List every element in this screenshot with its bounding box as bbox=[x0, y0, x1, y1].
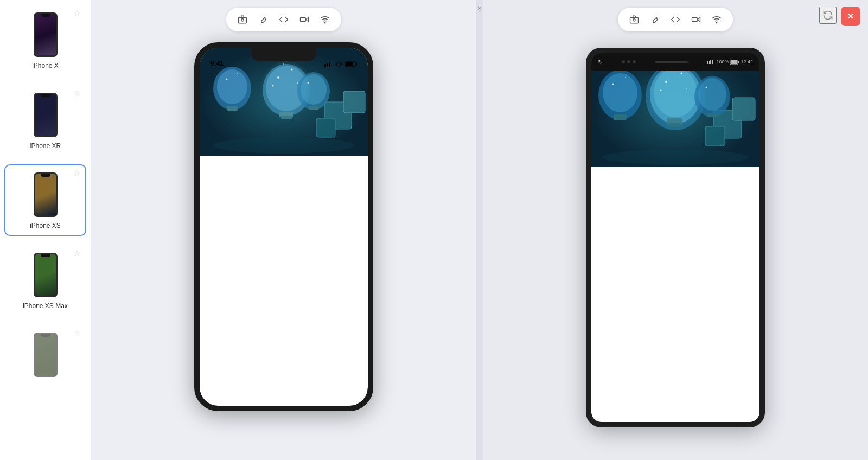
svg-point-37 bbox=[633, 19, 636, 22]
svg-point-29 bbox=[226, 79, 228, 80]
svg-rect-11 bbox=[346, 62, 353, 66]
svg-rect-2 bbox=[301, 17, 306, 22]
svg-point-65 bbox=[625, 77, 626, 78]
sidebar: ☆ iPhone X ☆ iPhone XR ☆ iPhone XS ☆ bbox=[0, 0, 91, 460]
device-thumb bbox=[31, 331, 60, 379]
sync-button[interactable] bbox=[819, 7, 837, 24]
video-btn-r[interactable] bbox=[687, 11, 705, 28]
svg-point-69 bbox=[706, 87, 707, 88]
svg-point-59 bbox=[686, 88, 687, 89]
svg-point-70 bbox=[602, 150, 749, 165]
svg-point-23 bbox=[297, 82, 298, 84]
device-card-iphone-xs-max[interactable]: ☆ iPhone XS Max bbox=[4, 245, 86, 316]
svg-rect-68 bbox=[707, 113, 718, 117]
svg-point-54 bbox=[654, 68, 697, 117]
svg-rect-42 bbox=[709, 61, 710, 64]
android-top-dots bbox=[622, 60, 636, 63]
status-time: 9:41 bbox=[210, 60, 224, 67]
star-icon[interactable]: ☆ bbox=[74, 89, 81, 98]
device-thumb bbox=[31, 11, 60, 59]
side-button bbox=[372, 102, 373, 135]
iphone-screen: 9:41 bbox=[200, 48, 368, 406]
divider-arrow: » bbox=[478, 4, 482, 12]
svg-rect-7 bbox=[329, 62, 330, 67]
device-card-iphone-xr[interactable]: ☆ iPhone XR bbox=[4, 85, 86, 156]
star-icon[interactable]: ☆ bbox=[74, 9, 81, 17]
svg-rect-20 bbox=[281, 116, 292, 119]
device-label: iPhone XS Max bbox=[23, 302, 68, 311]
svg-marker-39 bbox=[697, 17, 700, 22]
svg-point-30 bbox=[237, 73, 238, 74]
main-area: 9:41 bbox=[91, 0, 868, 460]
wifi-btn-r[interactable] bbox=[708, 11, 725, 28]
device-thumb bbox=[31, 171, 60, 219]
svg-point-27 bbox=[217, 69, 247, 104]
phone-shape bbox=[34, 173, 58, 217]
svg-point-34 bbox=[308, 82, 309, 84]
panel-divider[interactable]: » bbox=[476, 0, 483, 460]
svg-point-1 bbox=[241, 19, 244, 22]
svg-rect-46 bbox=[738, 61, 739, 63]
svg-point-64 bbox=[612, 84, 614, 85]
svg-point-4 bbox=[324, 22, 326, 23]
camera-btn[interactable] bbox=[234, 11, 251, 28]
svg-rect-51 bbox=[705, 126, 725, 146]
phone-shape bbox=[34, 253, 58, 297]
svg-rect-28 bbox=[227, 106, 238, 111]
device-label: iPhone XR bbox=[30, 142, 61, 151]
android-body: ↻ 100% 12:42 bbox=[586, 48, 765, 427]
code-btn-r[interactable] bbox=[667, 11, 684, 28]
star-icon[interactable]: ☆ bbox=[74, 169, 81, 177]
code-btn[interactable] bbox=[275, 11, 292, 28]
svg-rect-43 bbox=[710, 60, 711, 64]
android-screen: ↻ 100% 12:42 bbox=[591, 53, 760, 422]
star-icon[interactable]: ☆ bbox=[74, 329, 81, 337]
star-icon[interactable]: ☆ bbox=[74, 249, 81, 258]
iphone-notch bbox=[251, 48, 316, 61]
left-toolbar bbox=[226, 8, 341, 31]
right-panel: ↻ 100% 12:42 bbox=[483, 0, 868, 460]
svg-rect-14 bbox=[343, 91, 365, 113]
svg-marker-3 bbox=[305, 17, 308, 22]
svg-point-8 bbox=[339, 66, 340, 67]
svg-rect-41 bbox=[707, 61, 708, 64]
camera-btn-r[interactable] bbox=[626, 11, 643, 28]
device-label: iPhone X bbox=[32, 62, 59, 71]
pen-btn[interactable] bbox=[254, 11, 272, 28]
status-icons bbox=[324, 61, 357, 67]
panels-container: 9:41 bbox=[91, 0, 868, 460]
svg-point-60 bbox=[660, 90, 662, 91]
svg-rect-6 bbox=[327, 63, 328, 67]
android-status-right: 100% 12:42 bbox=[707, 59, 753, 65]
svg-point-32 bbox=[301, 74, 327, 105]
device-thumb bbox=[31, 91, 60, 139]
svg-rect-56 bbox=[669, 123, 681, 127]
phone-shape bbox=[34, 12, 58, 57]
svg-point-62 bbox=[603, 73, 637, 112]
svg-rect-33 bbox=[309, 106, 318, 110]
device-card-iphone-xs[interactable]: ☆ iPhone XS bbox=[4, 164, 86, 236]
android-mockup: ↻ 100% 12:42 bbox=[586, 48, 765, 427]
svg-point-35 bbox=[213, 137, 354, 154]
wifi-btn[interactable] bbox=[316, 11, 334, 28]
svg-rect-44 bbox=[712, 60, 713, 64]
close-button[interactable]: × bbox=[841, 7, 860, 26]
android-status-bar: ↻ 100% 12:42 bbox=[591, 53, 760, 71]
iphone-body: 9:41 bbox=[194, 42, 373, 411]
device-thumb bbox=[31, 251, 60, 299]
svg-point-57 bbox=[665, 81, 667, 83]
device-card-partial[interactable]: ☆ bbox=[4, 324, 86, 387]
device-card-iphone-x[interactable]: ☆ iPhone X bbox=[4, 4, 86, 76]
svg-rect-47 bbox=[731, 60, 737, 64]
svg-point-58 bbox=[681, 73, 682, 74]
left-panel: 9:41 bbox=[91, 0, 476, 460]
phone-shape bbox=[34, 93, 58, 137]
pen-btn-r[interactable] bbox=[646, 11, 663, 28]
video-btn[interactable] bbox=[296, 11, 313, 28]
phone-shape bbox=[34, 333, 58, 377]
device-label: iPhone XS bbox=[30, 222, 61, 231]
svg-rect-15 bbox=[316, 118, 335, 137]
svg-rect-5 bbox=[324, 64, 326, 67]
svg-rect-63 bbox=[614, 114, 627, 120]
svg-point-67 bbox=[698, 78, 726, 111]
